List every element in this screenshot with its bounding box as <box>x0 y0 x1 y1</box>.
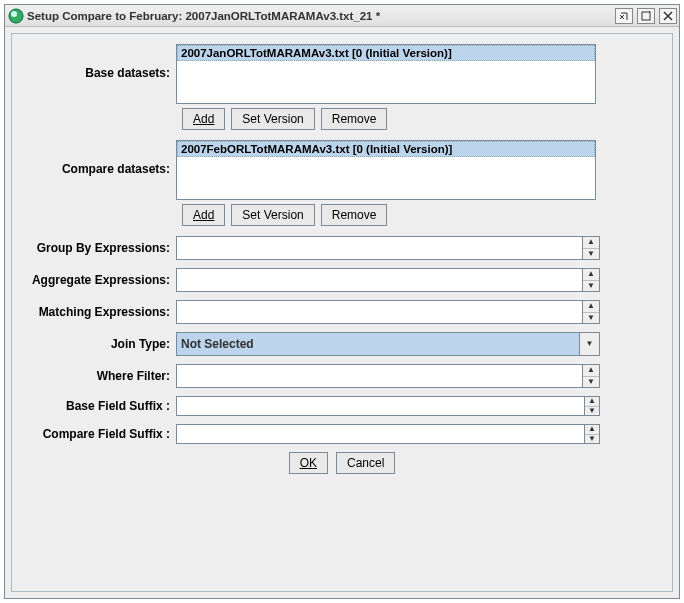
window-title: Setup Compare to February: 2007JanORLTot… <box>27 10 615 22</box>
where-label: Where Filter: <box>26 369 176 383</box>
base-suffix-input[interactable] <box>176 396 585 416</box>
base-set-version-button[interactable]: Set Version <box>231 108 314 130</box>
cancel-button[interactable]: Cancel <box>336 452 395 474</box>
matching-label: Matching Expressions: <box>26 305 176 319</box>
spin-down-icon[interactable]: ▼ <box>583 313 599 324</box>
compare-add-button[interactable]: Add <box>182 204 225 226</box>
svg-rect-2 <box>642 12 650 20</box>
dialog-window: Setup Compare to February: 2007JanORLTot… <box>4 4 680 599</box>
window-content: Base datasets: 2007JanORLTotMARAMAv3.txt… <box>5 27 679 598</box>
compare-suffix-input[interactable] <box>176 424 585 444</box>
app-icon <box>7 7 25 25</box>
window-controls <box>615 8 677 24</box>
compare-datasets-list[interactable]: 2007FebORLTotMARAMAv3.txt [0 (Initial Ve… <box>176 140 596 200</box>
maximize-icon[interactable] <box>637 8 655 24</box>
spin-up-icon[interactable]: ▲ <box>583 269 599 281</box>
ok-button[interactable]: OK <box>289 452 328 474</box>
aggregate-input[interactable] <box>176 268 583 292</box>
spin-up-icon[interactable]: ▲ <box>583 365 599 377</box>
base-suffix-label: Base Field Suffix : <box>26 399 176 413</box>
jointype-value: Not Selected <box>176 332 580 356</box>
base-datasets-list[interactable]: 2007JanORLTotMARAMAv3.txt [0 (Initial Ve… <box>176 44 596 104</box>
svg-point-1 <box>11 11 17 17</box>
spin-down-icon[interactable]: ▼ <box>585 407 599 416</box>
where-input[interactable] <box>176 364 583 388</box>
groupby-label: Group By Expressions: <box>26 241 176 255</box>
jointype-combobox[interactable]: Not Selected ▼ <box>176 332 600 356</box>
base-add-button[interactable]: Add <box>182 108 225 130</box>
close-icon[interactable] <box>659 8 677 24</box>
spin-down-icon[interactable]: ▼ <box>585 435 599 444</box>
compare-set-version-button[interactable]: Set Version <box>231 204 314 226</box>
aggregate-label: Aggregate Expressions: <box>26 273 176 287</box>
spin-up-icon[interactable]: ▲ <box>583 301 599 313</box>
list-item[interactable]: 2007JanORLTotMARAMAv3.txt [0 (Initial Ve… <box>177 45 595 61</box>
jointype-label: Join Type: <box>26 337 176 351</box>
matching-input[interactable] <box>176 300 583 324</box>
compare-suffix-label: Compare Field Suffix : <box>26 427 176 441</box>
compare-datasets-label: Compare datasets: <box>26 140 176 176</box>
chevron-down-icon[interactable]: ▼ <box>580 332 600 356</box>
spin-down-icon[interactable]: ▼ <box>583 377 599 388</box>
list-item[interactable]: 2007FebORLTotMARAMAv3.txt [0 (Initial Ve… <box>177 141 595 157</box>
minimize-icon[interactable] <box>615 8 633 24</box>
spin-down-icon[interactable]: ▼ <box>583 249 599 260</box>
base-remove-button[interactable]: Remove <box>321 108 388 130</box>
spin-down-icon[interactable]: ▼ <box>583 281 599 292</box>
spin-up-icon[interactable]: ▲ <box>583 237 599 249</box>
compare-remove-button[interactable]: Remove <box>321 204 388 226</box>
base-datasets-label: Base datasets: <box>26 44 176 80</box>
form-panel: Base datasets: 2007JanORLTotMARAMAv3.txt… <box>11 33 673 592</box>
titlebar: Setup Compare to February: 2007JanORLTot… <box>5 5 679 27</box>
groupby-input[interactable] <box>176 236 583 260</box>
